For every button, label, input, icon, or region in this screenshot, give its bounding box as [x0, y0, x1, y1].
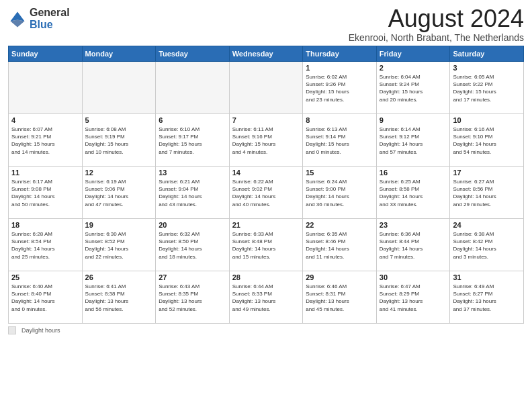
day-number: 10	[453, 116, 521, 124]
weekday-header-row: SundayMondayTuesdayWednesdayThursdayFrid…	[9, 46, 524, 62]
day-info: Sunrise: 6:43 AM Sunset: 8:35 PM Dayligh…	[159, 283, 226, 313]
svg-marker-1	[11, 19, 25, 27]
title-block: August 2024 Ekenrooi, North Brabant, The…	[349, 7, 524, 43]
day-info: Sunrise: 6:44 AM Sunset: 8:33 PM Dayligh…	[232, 283, 300, 313]
calendar-cell: 12Sunrise: 6:19 AM Sunset: 9:06 PM Dayli…	[82, 167, 156, 219]
day-number: 28	[232, 273, 300, 281]
day-info: Sunrise: 6:24 AM Sunset: 9:00 PM Dayligh…	[306, 178, 373, 208]
day-info: Sunrise: 6:04 AM Sunset: 9:24 PM Dayligh…	[380, 73, 447, 103]
weekday-header-thursday: Thursday	[303, 46, 377, 62]
day-number: 23	[380, 221, 447, 229]
calendar-cell: 4Sunrise: 6:07 AM Sunset: 9:21 PM Daylig…	[9, 114, 83, 167]
day-number: 15	[306, 169, 373, 177]
day-number: 6	[159, 116, 226, 124]
day-number: 7	[232, 116, 300, 124]
day-info: Sunrise: 6:17 AM Sunset: 9:08 PM Dayligh…	[11, 178, 79, 208]
day-info: Sunrise: 6:13 AM Sunset: 9:14 PM Dayligh…	[306, 126, 373, 156]
day-info: Sunrise: 6:40 AM Sunset: 8:40 PM Dayligh…	[11, 283, 79, 313]
footer-label: Daylight hours	[21, 327, 60, 334]
calendar-cell	[229, 62, 303, 114]
calendar-cell: 13Sunrise: 6:21 AM Sunset: 9:04 PM Dayli…	[156, 167, 230, 219]
day-number: 27	[159, 273, 226, 281]
calendar-cell: 24Sunrise: 6:38 AM Sunset: 8:42 PM Dayli…	[450, 219, 524, 271]
day-number: 14	[232, 169, 300, 177]
day-info: Sunrise: 6:22 AM Sunset: 9:02 PM Dayligh…	[232, 178, 300, 208]
day-number: 12	[85, 169, 153, 177]
calendar-cell: 16Sunrise: 6:25 AM Sunset: 8:58 PM Dayli…	[376, 167, 450, 219]
day-info: Sunrise: 6:30 AM Sunset: 8:52 PM Dayligh…	[85, 230, 153, 261]
weekday-header-sunday: Sunday	[9, 46, 83, 62]
calendar-week-4: 18Sunrise: 6:28 AM Sunset: 8:54 PM Dayli…	[9, 219, 524, 271]
page-container: General Blue August 2024 Ekenrooi, North…	[0, 0, 532, 340]
calendar-cell: 26Sunrise: 6:41 AM Sunset: 8:38 PM Dayli…	[82, 271, 156, 324]
day-info: Sunrise: 6:07 AM Sunset: 9:21 PM Dayligh…	[11, 126, 79, 156]
weekday-header-friday: Friday	[376, 46, 450, 62]
calendar-cell	[82, 62, 156, 114]
calendar-cell: 3Sunrise: 6:05 AM Sunset: 9:22 PM Daylig…	[450, 62, 524, 114]
calendar-cell: 17Sunrise: 6:27 AM Sunset: 8:56 PM Dayli…	[450, 167, 524, 219]
logo-general-label: General	[30, 7, 70, 19]
day-info: Sunrise: 6:19 AM Sunset: 9:06 PM Dayligh…	[85, 178, 153, 208]
calendar-cell: 20Sunrise: 6:32 AM Sunset: 8:50 PM Dayli…	[156, 219, 230, 271]
calendar-cell: 25Sunrise: 6:40 AM Sunset: 8:40 PM Dayli…	[9, 271, 83, 324]
day-number: 5	[85, 116, 153, 124]
calendar-cell: 28Sunrise: 6:44 AM Sunset: 8:33 PM Dayli…	[229, 271, 303, 324]
calendar-cell: 21Sunrise: 6:33 AM Sunset: 8:48 PM Dayli…	[229, 219, 303, 271]
day-number: 31	[453, 273, 521, 281]
calendar-cell: 10Sunrise: 6:16 AM Sunset: 9:10 PM Dayli…	[450, 114, 524, 167]
calendar-cell	[9, 62, 83, 114]
day-number: 20	[159, 221, 226, 229]
logo-icon	[8, 9, 27, 28]
day-info: Sunrise: 6:27 AM Sunset: 8:56 PM Dayligh…	[453, 178, 521, 208]
day-info: Sunrise: 6:28 AM Sunset: 8:54 PM Dayligh…	[11, 230, 79, 261]
day-number: 13	[159, 169, 226, 177]
day-info: Sunrise: 6:36 AM Sunset: 8:44 PM Dayligh…	[380, 230, 447, 261]
footer: Daylight hours	[8, 326, 524, 334]
day-info: Sunrise: 6:32 AM Sunset: 8:50 PM Dayligh…	[159, 230, 226, 261]
footer-box-icon	[8, 326, 16, 334]
month-title: August 2024	[349, 7, 524, 31]
day-info: Sunrise: 6:14 AM Sunset: 9:12 PM Dayligh…	[380, 126, 447, 156]
location-title: Ekenrooi, North Brabant, The Netherlands	[349, 32, 524, 43]
day-number: 18	[11, 221, 79, 229]
day-number: 8	[306, 116, 373, 124]
day-number: 1	[306, 64, 373, 72]
logo: General Blue	[8, 7, 70, 30]
calendar-week-1: 1Sunrise: 6:02 AM Sunset: 9:26 PM Daylig…	[9, 62, 524, 114]
day-info: Sunrise: 6:05 AM Sunset: 9:22 PM Dayligh…	[453, 73, 521, 103]
calendar-cell: 6Sunrise: 6:10 AM Sunset: 9:17 PM Daylig…	[156, 114, 230, 167]
day-number: 24	[453, 221, 521, 229]
day-info: Sunrise: 6:11 AM Sunset: 9:16 PM Dayligh…	[232, 126, 300, 156]
calendar-cell: 7Sunrise: 6:11 AM Sunset: 9:16 PM Daylig…	[229, 114, 303, 167]
calendar-cell: 30Sunrise: 6:47 AM Sunset: 8:29 PM Dayli…	[376, 271, 450, 324]
day-number: 4	[11, 116, 79, 124]
day-info: Sunrise: 6:25 AM Sunset: 8:58 PM Dayligh…	[380, 178, 447, 208]
weekday-header-saturday: Saturday	[450, 46, 524, 62]
logo-blue-label: Blue	[30, 19, 70, 31]
calendar-cell: 19Sunrise: 6:30 AM Sunset: 8:52 PM Dayli…	[82, 219, 156, 271]
day-number: 2	[380, 64, 447, 72]
calendar-cell: 31Sunrise: 6:49 AM Sunset: 8:27 PM Dayli…	[450, 271, 524, 324]
calendar-cell: 15Sunrise: 6:24 AM Sunset: 9:00 PM Dayli…	[303, 167, 377, 219]
calendar-week-3: 11Sunrise: 6:17 AM Sunset: 9:08 PM Dayli…	[9, 167, 524, 219]
day-number: 3	[453, 64, 521, 72]
day-info: Sunrise: 6:35 AM Sunset: 8:46 PM Dayligh…	[306, 230, 373, 261]
day-number: 11	[11, 169, 79, 177]
day-info: Sunrise: 6:16 AM Sunset: 9:10 PM Dayligh…	[453, 126, 521, 156]
calendar-cell: 22Sunrise: 6:35 AM Sunset: 8:46 PM Dayli…	[303, 219, 377, 271]
day-info: Sunrise: 6:47 AM Sunset: 8:29 PM Dayligh…	[380, 283, 447, 313]
calendar-cell: 9Sunrise: 6:14 AM Sunset: 9:12 PM Daylig…	[376, 114, 450, 167]
weekday-header-tuesday: Tuesday	[156, 46, 230, 62]
day-number: 29	[306, 273, 373, 281]
day-info: Sunrise: 6:33 AM Sunset: 8:48 PM Dayligh…	[232, 230, 300, 261]
calendar-cell: 8Sunrise: 6:13 AM Sunset: 9:14 PM Daylig…	[303, 114, 377, 167]
calendar-cell: 2Sunrise: 6:04 AM Sunset: 9:24 PM Daylig…	[376, 62, 450, 114]
day-info: Sunrise: 6:49 AM Sunset: 8:27 PM Dayligh…	[453, 283, 521, 313]
day-info: Sunrise: 6:02 AM Sunset: 9:26 PM Dayligh…	[306, 73, 373, 103]
day-number: 30	[380, 273, 447, 281]
day-number: 17	[453, 169, 521, 177]
day-number: 19	[85, 221, 153, 229]
calendar-cell: 18Sunrise: 6:28 AM Sunset: 8:54 PM Dayli…	[9, 219, 83, 271]
header: General Blue August 2024 Ekenrooi, North…	[8, 7, 524, 43]
weekday-header-monday: Monday	[82, 46, 156, 62]
